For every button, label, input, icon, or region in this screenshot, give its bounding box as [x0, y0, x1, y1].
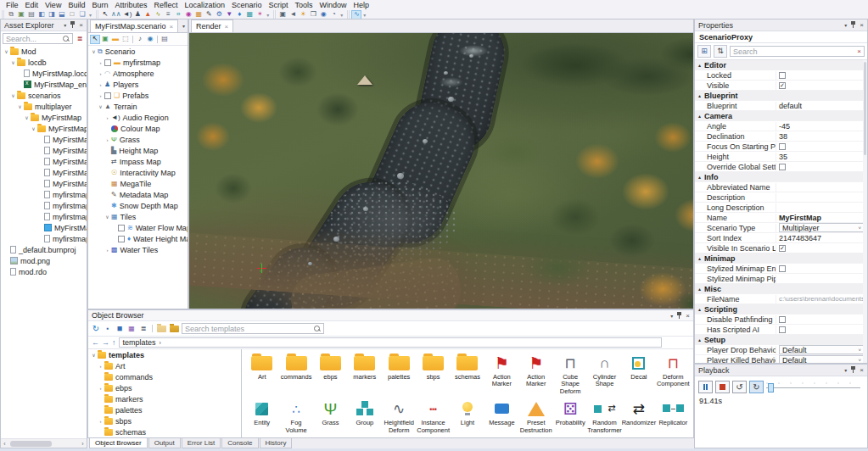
item-checkbox[interactable]	[118, 225, 125, 231]
panel-menu-icon[interactable]: ▾	[844, 22, 847, 28]
collapse-icon[interactable]: ∨	[90, 352, 98, 358]
loop-button[interactable]: ↻	[749, 381, 764, 393]
light-bulb-button[interactable]: ¤	[173, 10, 183, 19]
property-checkbox[interactable]	[779, 143, 786, 150]
object-item[interactable]: Preset Destruction	[519, 398, 552, 434]
template-tree-item[interactable]: palettes	[88, 404, 241, 415]
menu-item-scenario[interactable]: Scenario	[228, 1, 266, 9]
tile-grid-button[interactable]: ▦	[193, 10, 204, 19]
panel-menu-icon[interactable]: ▾	[64, 22, 66, 28]
slider-thumb[interactable]	[768, 383, 774, 393]
object-item[interactable]: Group	[348, 398, 381, 434]
category-collapse-icon[interactable]: ▴	[695, 174, 704, 180]
asset-search-input[interactable]	[6, 35, 63, 43]
dock-pane-bottom-button[interactable]: ⬓	[57, 10, 67, 19]
property-dropdown[interactable]: Default˅	[779, 355, 865, 363]
asset-filter-button[interactable]: ≣	[75, 34, 85, 43]
category-collapse-icon[interactable]: ▴	[695, 62, 704, 68]
tuning-sliders-button[interactable]: ≡	[163, 10, 173, 19]
property-value[interactable]	[776, 265, 867, 272]
asset-tree-item[interactable]: MyFirstMap.sce	[1, 167, 87, 178]
image-preview-dark-button[interactable]: ▤	[26, 10, 36, 19]
properties-scrollbar[interactable]	[863, 60, 867, 363]
asset-tree-item[interactable]: MyFirstMap.info	[1, 145, 87, 156]
asset-tree-item[interactable]: mod.png	[1, 255, 87, 266]
category-collapse-icon[interactable]: ▴	[695, 337, 704, 342]
menu-item-attributes[interactable]: Attributes	[111, 1, 150, 9]
template-tree-item[interactable]: ›sbps	[88, 415, 241, 426]
asset-tree-item[interactable]: mod.rdo	[1, 266, 87, 277]
water-drop-button[interactable]: ♦	[234, 10, 244, 19]
category-collapse-icon[interactable]: ▴	[695, 92, 704, 98]
property-value[interactable]: Default˅	[776, 355, 867, 363]
object-item[interactable]: ⚑Action Marker	[519, 352, 552, 395]
close-icon[interactable]: ×	[860, 366, 864, 374]
scenario-tree-item[interactable]: ⇄Impass Map	[88, 156, 188, 167]
scenario-tree-item[interactable]: ›♟Players	[88, 79, 188, 90]
menu-item-script[interactable]: Script	[266, 1, 292, 9]
tab-render[interactable]: Render ×	[191, 19, 233, 32]
marquee-select-button[interactable]: ⬚	[120, 35, 131, 44]
category-collapse-icon[interactable]: ▴	[695, 306, 704, 312]
template-search-input[interactable]	[185, 325, 314, 333]
panel-menu-icon[interactable]: ▾	[670, 313, 673, 319]
scenario-tree-item[interactable]: ›◠Atmosphere	[88, 68, 188, 79]
category-collapse-icon[interactable]: ▴	[695, 286, 704, 292]
property-checkbox[interactable]	[779, 316, 786, 323]
item-checkbox[interactable]	[104, 59, 111, 66]
categorized-view-button[interactable]: ⊞	[697, 45, 711, 58]
collapse-icon[interactable]: ∨	[16, 103, 24, 109]
image-preview-button[interactable]: ▣	[16, 10, 26, 19]
dock-pane-split-button[interactable]: ◨	[47, 10, 57, 19]
object-item[interactable]: ⊓Deform Component	[657, 352, 690, 395]
object-item[interactable]: Light	[451, 398, 484, 434]
dock-pane-frame-button[interactable]: □	[67, 10, 77, 19]
expand-icon[interactable]: ›	[97, 82, 104, 87]
toolbar-overflow-icon[interactable]: ▾	[89, 12, 92, 18]
scenario-tree-item[interactable]: ∨⧉Scenario	[88, 46, 188, 57]
scenario-tree-item[interactable]: ›▩Water Tiles	[88, 244, 188, 255]
scenario-tree-item[interactable]: ›❏Prefabs	[88, 90, 188, 101]
template-tree-item[interactable]: ›Art	[88, 360, 241, 371]
object-item[interactable]: Random Transformer	[588, 398, 621, 434]
item-checkbox[interactable]	[104, 92, 111, 99]
property-value[interactable]: 35	[776, 153, 867, 161]
tab-myfirstmap-scenario[interactable]: MyFirstMap.scenario ×	[90, 19, 178, 32]
property-category[interactable]: ▴Info	[695, 172, 867, 182]
object-item[interactable]: ⚄Probability	[553, 398, 586, 434]
tab-close-icon[interactable]: ×	[170, 23, 174, 31]
property-value[interactable]: Default˅	[776, 345, 867, 354]
expand-icon[interactable]: ›	[104, 137, 111, 142]
property-value[interactable]: 38	[776, 132, 867, 141]
collapse-icon[interactable]: ∨	[9, 59, 17, 65]
scenario-tree-item[interactable]: Colour Map	[88, 123, 188, 134]
scroll-left-icon[interactable]: ‹	[1, 441, 8, 447]
expand-icon[interactable]: ›	[97, 93, 104, 98]
property-category[interactable]: ▴Minimap	[695, 253, 867, 264]
asset-tree-item[interactable]: myfirstmap_met	[1, 211, 87, 222]
scenario-tree-item[interactable]: ∨▲Terrain	[88, 101, 188, 112]
menu-item-tools[interactable]: Tools	[292, 1, 316, 9]
pin-icon[interactable]	[676, 312, 682, 320]
capture-image-button[interactable]: ▣	[277, 10, 288, 19]
property-checkbox[interactable]	[779, 72, 786, 79]
asset-tree-item[interactable]: MyFirstMap.locdb	[1, 68, 87, 79]
template-tree-item[interactable]: commands	[88, 371, 241, 382]
property-value[interactable]	[776, 72, 867, 79]
mute-speaker-button[interactable]: ◄	[288, 10, 298, 19]
list-view-button[interactable]: ≣	[138, 323, 148, 334]
object-item[interactable]: palettes	[383, 352, 416, 395]
asset-hscrollbar[interactable]: ‹ ›	[1, 438, 87, 448]
breadcrumb-segment[interactable]: templates	[123, 338, 156, 347]
sort-alphabetical-button[interactable]: ⇅	[714, 45, 727, 58]
entity-person-button[interactable]: ♟	[132, 10, 143, 19]
menu-item-window[interactable]: Window	[316, 1, 350, 9]
stop-button[interactable]	[715, 381, 730, 393]
asset-tree-item[interactable]: myfirstmap_imp	[1, 200, 87, 211]
thumb-small-button[interactable]: ▪	[103, 323, 113, 334]
asset-tree-item[interactable]: MyFirstMap_en.csv	[1, 79, 87, 90]
menu-item-burn[interactable]: Burn	[88, 1, 111, 9]
object-item[interactable]: Art	[245, 352, 278, 395]
bottom-tab-object-browser[interactable]: Object Browser	[89, 438, 148, 448]
menu-item-edit[interactable]: Edit	[22, 1, 42, 9]
